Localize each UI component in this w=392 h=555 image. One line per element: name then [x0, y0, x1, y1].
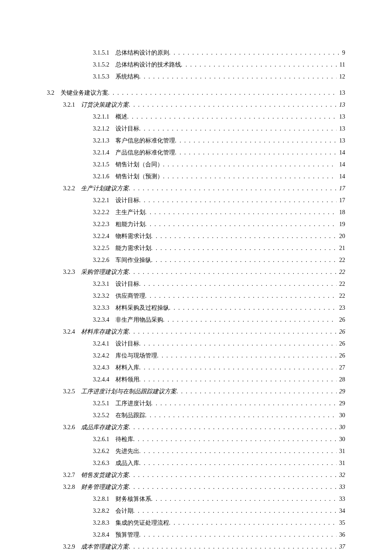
toc-leader: . . . . . . . . . . . . . . . . . . . . … — [108, 87, 337, 99]
toc-entry[interactable]: 3.2.3.1设计目标. . . . . . . . . . . . . . .… — [47, 278, 345, 290]
toc-number: 3.2.3.2 — [93, 290, 115, 302]
toc-entry[interactable]: 3.2.2.5能力需求计划. . . . . . . . . . . . . .… — [47, 242, 345, 254]
toc-page-number: 33 — [337, 493, 345, 505]
toc-entry[interactable]: 3.2.1订货决策建议方案. . . . . . . . . . . . . .… — [47, 99, 345, 111]
toc-leader: . . . . . . . . . . . . . . . . . . . . … — [133, 433, 337, 445]
toc-title: 系统结构 — [115, 71, 139, 83]
toc-entry[interactable]: 3.2.3.3材料采购及过程操纵. . . . . . . . . . . . … — [47, 302, 345, 314]
toc-title: 粗能力计划 — [115, 218, 145, 230]
toc-leader: . . . . . . . . . . . . . . . . . . . . … — [129, 99, 337, 111]
toc-entry[interactable]: 3.2.3.4非生产用物品采购. . . . . . . . . . . . .… — [47, 314, 345, 326]
toc-entry[interactable]: 3.2.5.1工序进度计划. . . . . . . . . . . . . .… — [47, 398, 345, 410]
toc-entry[interactable]: 3.2.8财务管理建议方案. . . . . . . . . . . . . .… — [47, 481, 345, 493]
toc-entry[interactable]: 3.2.1.1概述. . . . . . . . . . . . . . . .… — [47, 111, 345, 123]
toc-entry[interactable]: 3.2.8.4预算管理. . . . . . . . . . . . . . .… — [47, 529, 345, 541]
toc-number: 3.2.2.5 — [93, 242, 115, 254]
toc-page-number: 36 — [337, 529, 345, 541]
toc-page-number: 32 — [337, 469, 345, 481]
toc-entry[interactable]: 3.2.3.2供应商管理. . . . . . . . . . . . . . … — [47, 290, 345, 302]
toc-entry[interactable]: 3.1.5.3系统结构. . . . . . . . . . . . . . .… — [47, 71, 345, 83]
toc-title: 待检库 — [115, 433, 133, 445]
toc-number: 3.1.5.1 — [93, 47, 115, 59]
toc-entry[interactable]: 3.2.6.3成品入库. . . . . . . . . . . . . . .… — [47, 457, 345, 469]
toc-leader: . . . . . . . . . . . . . . . . . . . . … — [133, 505, 337, 517]
toc-entry[interactable]: 3.1.5.1总体结构设计的原则. . . . . . . . . . . . … — [47, 47, 345, 59]
toc-title: 供应商管理 — [115, 290, 145, 302]
toc-entry[interactable]: 3.2.4.3材料入库. . . . . . . . . . . . . . .… — [47, 362, 345, 374]
toc-entry[interactable]: 3.2.2.1设计目标. . . . . . . . . . . . . . .… — [47, 195, 345, 206]
toc-entry[interactable]: 3.2关键业务建议方案. . . . . . . . . . . . . . .… — [47, 87, 345, 99]
toc-entry[interactable]: 3.1.5.2总体结构设计的技术路线. . . . . . . . . . . … — [47, 59, 345, 71]
toc-leader: . . . . . . . . . . . . . . . . . . . . … — [175, 147, 337, 159]
toc-entry[interactable]: 3.2.2.4物料需求计划. . . . . . . . . . . . . .… — [47, 230, 345, 242]
toc-page-number: 37 — [337, 541, 345, 553]
toc-entry[interactable]: 3.2.5.2在制品跟踪. . . . . . . . . . . . . . … — [47, 410, 345, 421]
toc-entry[interactable]: 3.2.9成本管理建议方案. . . . . . . . . . . . . .… — [47, 541, 345, 553]
toc-number: 3.2 — [47, 87, 61, 99]
toc-entry[interactable]: 3.2.8.3集成的凭证处理流程. . . . . . . . . . . . … — [47, 517, 345, 529]
toc-page-number: 21 — [337, 242, 345, 254]
toc-number: 3.2.1.1 — [93, 111, 115, 123]
toc-entry[interactable]: 3.2.1.4产品信息的标准化管理. . . . . . . . . . . .… — [47, 147, 345, 159]
toc-page-number: 20 — [337, 230, 345, 242]
toc-entry[interactable]: 3.2.4.4材料领用. . . . . . . . . . . . . . .… — [47, 374, 345, 386]
toc-title: 集成的凭证处理流程 — [115, 517, 169, 529]
toc-number: 3.2.2.4 — [93, 230, 115, 242]
toc-title: 生产计划建议方案 — [81, 183, 129, 195]
toc-page-number: 22 — [337, 254, 345, 266]
toc-entry[interactable]: 3.2.6.2先进先出. . . . . . . . . . . . . . .… — [47, 445, 345, 457]
toc-title: 订货决策建议方案 — [81, 99, 129, 111]
toc-page-number: 26 — [337, 350, 345, 362]
toc-page-number: 29 — [337, 386, 345, 398]
toc-leader: . . . . . . . . . . . . . . . . . . . . … — [129, 326, 337, 338]
toc-entry[interactable]: 3.2.4.2库位与现场管理. . . . . . . . . . . . . … — [47, 350, 345, 362]
toc-entry[interactable]: 3.2.1.2设计目标. . . . . . . . . . . . . . .… — [47, 123, 345, 135]
toc-entry[interactable]: 3.2.8.1财务核算体系. . . . . . . . . . . . . .… — [47, 493, 345, 505]
toc-entry[interactable]: 3.2.2.2主生产计划. . . . . . . . . . . . . . … — [47, 206, 345, 218]
toc-title: 采购管理建议方案 — [81, 266, 129, 278]
toc-entry[interactable]: 3.2.6成品库存建议方案. . . . . . . . . . . . . .… — [47, 421, 345, 433]
toc-leader: . . . . . . . . . . . . . . . . . . . . … — [139, 529, 337, 541]
toc-page-number: 14 — [337, 171, 345, 183]
toc-page-number: 26 — [337, 338, 345, 350]
toc-number: 3.2.4.3 — [93, 362, 115, 374]
toc-leader: . . . . . . . . . . . . . . . . . . . . … — [129, 183, 337, 195]
toc-page-number: 19 — [337, 218, 345, 230]
toc-entry[interactable]: 3.2.2.6车间作业操纵. . . . . . . . . . . . . .… — [47, 254, 345, 266]
toc-title: 材料领用 — [115, 374, 139, 386]
toc-entry[interactable]: 3.2.2生产计划建议方案. . . . . . . . . . . . . .… — [47, 183, 345, 195]
toc-number: 3.2.7 — [63, 469, 81, 481]
toc-entry[interactable]: 3.2.4.1设计目标. . . . . . . . . . . . . . .… — [47, 338, 345, 350]
toc-entry[interactable]: 3.2.9.1标准成本. . . . . . . . . . . . . . .… — [47, 553, 345, 555]
toc-entry[interactable]: 3.2.1.6销售计划（预测）. . . . . . . . . . . . .… — [47, 171, 345, 183]
toc-entry[interactable]: 3.2.1.3客户信息的标准化管理. . . . . . . . . . . .… — [47, 135, 345, 147]
toc-number: 3.2.9.1 — [93, 553, 115, 555]
toc-number: 3.2.4.4 — [93, 374, 115, 386]
toc-leader: . . . . . . . . . . . . . . . . . . . . … — [139, 362, 337, 374]
toc-title: 设计目标 — [115, 338, 139, 350]
toc-entry[interactable]: 3.2.7销售发货建议方案. . . . . . . . . . . . . .… — [47, 469, 345, 481]
toc-number: 3.2.8.2 — [93, 505, 115, 517]
toc-entry[interactable]: 3.2.2.3粗能力计划. . . . . . . . . . . . . . … — [47, 218, 345, 230]
toc-title: 在制品跟踪 — [115, 410, 145, 421]
toc-title: 总体结构设计的技术路线 — [115, 59, 181, 71]
toc-entry[interactable]: 3.2.5工序进度计划与在制品跟踪建议方案. . . . . . . . . .… — [47, 386, 345, 398]
toc-page-number: 35 — [337, 517, 345, 529]
toc-title: 会计期 — [115, 505, 133, 517]
toc-page-number: 34 — [337, 505, 345, 517]
toc-leader: . . . . . . . . . . . . . . . . . . . . … — [163, 159, 337, 171]
toc-title: 标准成本 — [115, 553, 139, 555]
toc-title: 概述 — [115, 111, 127, 123]
toc-page-number: 14 — [337, 159, 345, 171]
toc-title: 客户信息的标准化管理 — [115, 135, 175, 147]
toc-entry[interactable]: 3.2.1.5销售计划（合同）. . . . . . . . . . . . .… — [47, 159, 345, 171]
toc-page-number: 13 — [337, 123, 345, 135]
toc-entry[interactable]: 3.2.3采购管理建议方案. . . . . . . . . . . . . .… — [47, 266, 345, 278]
toc-entry[interactable]: 3.2.4材料库存建议方案. . . . . . . . . . . . . .… — [47, 326, 345, 338]
toc-title: 库位与现场管理 — [115, 350, 157, 362]
toc-entry[interactable]: 3.2.8.2会计期. . . . . . . . . . . . . . . … — [47, 505, 345, 517]
toc-page-number: 18 — [337, 206, 345, 218]
toc-entry[interactable]: 3.2.6.1待检库. . . . . . . . . . . . . . . … — [47, 433, 345, 445]
toc-page-number: 22 — [337, 266, 345, 278]
toc-page-number: 28 — [337, 374, 345, 386]
